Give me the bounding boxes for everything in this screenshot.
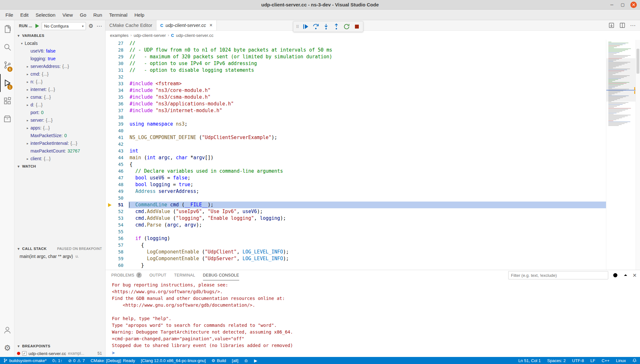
code-line-32[interactable]: 32 [105, 74, 606, 80]
code-line-33[interactable]: 33#include <fstream> [105, 80, 606, 87]
menu-edit[interactable]: Edit [17, 10, 32, 20]
tab-close-icon[interactable]: × [209, 22, 212, 28]
step-over-button[interactable] [312, 23, 319, 30]
debug-config-dropdown[interactable]: No Configura ▾ [42, 22, 86, 30]
gutter-glyph[interactable] [105, 249, 114, 255]
gutter-glyph[interactable] [105, 215, 114, 222]
code-line-38[interactable]: 38 [105, 114, 606, 121]
gutter-glyph[interactable] [105, 228, 114, 235]
git-sync-item[interactable]: 0↓ 1↑ [52, 358, 62, 363]
code-text[interactable]: // - maximum of 320 packets sent (or lim… [129, 54, 606, 60]
line-number[interactable]: 28 [114, 47, 129, 54]
line-number[interactable]: 51 [114, 202, 129, 208]
breadcrumb-item[interactable]: udp-client-server [134, 33, 166, 38]
code-line-50[interactable]: 50 [105, 195, 606, 202]
panel-tab-terminal[interactable]: TERMINAL [174, 270, 195, 280]
breakpoint-item[interactable]: ✓ udp-client-server.cc exampl... 51 [14, 350, 105, 357]
code-line-37[interactable]: 37#include "ns3/internet-module.h" [105, 107, 606, 114]
editor-tab-0[interactable]: CMake Cache Editor [105, 20, 156, 30]
code-text[interactable]: // - option to disable logging statement… [129, 67, 606, 74]
code-line-59[interactable]: 59 LogComponentEnable ("UdpServer", LOG_… [105, 255, 606, 262]
code-text[interactable] [129, 141, 606, 148]
gutter-glyph[interactable] [105, 101, 114, 107]
gutter-glyph[interactable] [105, 67, 114, 74]
code-line-29[interactable]: 29// - maximum of 320 packets sent (or l… [105, 54, 606, 60]
step-out-button[interactable] [333, 23, 340, 30]
variable-interPacketInterval[interactable]: ▸interPacketInterval:{...} [14, 139, 105, 147]
code-line-47[interactable]: 47 bool useV6 = false; [105, 175, 606, 181]
line-number[interactable]: 31 [114, 67, 129, 74]
code-line-34[interactable]: 34#include "ns3/core-module.h" [105, 87, 606, 94]
code-text[interactable]: #include "ns3/applications-module.h" [129, 101, 606, 107]
code-text[interactable] [129, 269, 606, 270]
activity-explorer[interactable] [0, 20, 14, 38]
cmake-build-button[interactable]: ⚙ Build [212, 358, 226, 363]
line-number[interactable]: 35 [114, 94, 129, 101]
scrollbar-thumb[interactable] [636, 49, 639, 74]
stop-button[interactable] [353, 23, 360, 30]
code-text[interactable]: // Declare variables used in command-lin… [129, 168, 606, 175]
variable-maxPacketCount[interactable]: maxPacketCount:32767 [14, 147, 105, 155]
line-number[interactable]: 56 [114, 235, 129, 242]
gutter-glyph[interactable] [105, 107, 114, 114]
code-line-52[interactable]: 52 cmd.AddValue ("useIpv6", "Use Ipv6", … [105, 208, 606, 215]
breakpoints-header[interactable]: ▾ BREAKPOINTS [14, 342, 105, 350]
code-line-41[interactable]: 41NS_LOG_COMPONENT_DEFINE ("UdpClientSer… [105, 134, 606, 141]
gutter-glyph[interactable] [105, 188, 114, 195]
problems-item[interactable]: ⊘ 0 ⚠ 7 [68, 358, 85, 363]
restart-button[interactable] [343, 23, 350, 30]
gutter-glyph[interactable] [105, 128, 114, 134]
maximize-panel-icon[interactable] [622, 272, 629, 278]
line-number[interactable]: 32 [114, 74, 129, 80]
code-text[interactable] [129, 114, 606, 121]
debug-current-line-arrow-icon[interactable] [105, 202, 114, 208]
gutter-glyph[interactable] [105, 74, 114, 80]
code-line-40[interactable]: 40 [105, 128, 606, 134]
gutter-glyph[interactable] [105, 161, 114, 168]
step-into-button[interactable] [323, 23, 330, 30]
line-number[interactable]: 47 [114, 175, 129, 181]
code-line-44[interactable]: 44main (int argc, char *argv[]) [105, 154, 606, 161]
code-text[interactable]: { [129, 242, 606, 249]
variable-server[interactable]: ▸server:{...} [14, 116, 105, 124]
gutter-glyph[interactable] [105, 148, 114, 154]
variable-internet[interactable]: ▸internet:{...} [14, 86, 105, 93]
code-text[interactable]: int [129, 148, 606, 154]
gutter-glyph[interactable] [105, 222, 114, 228]
minimize-button[interactable]: ─ [609, 2, 615, 8]
code-lines[interactable]: 27//28// - UDP flow from n0 to n1 of 102… [105, 40, 606, 270]
drag-handle-icon[interactable]: ⠿ [296, 24, 299, 29]
clear-console-icon[interactable] [612, 272, 619, 278]
gutter-glyph[interactable] [105, 181, 114, 188]
code-line-27[interactable]: 27// [105, 40, 606, 47]
variable-port[interactable]: port:0 [14, 109, 105, 116]
line-number[interactable]: 34 [114, 87, 129, 94]
code-text[interactable]: // [129, 40, 606, 47]
continue-button[interactable] [302, 23, 309, 30]
line-number[interactable]: 48 [114, 181, 129, 188]
gutter-glyph[interactable] [105, 195, 114, 202]
menu-run[interactable]: Run [90, 10, 106, 20]
gutter-glyph[interactable] [105, 94, 114, 101]
variable-client[interactable]: ▸client:{...} [14, 155, 105, 162]
code-line-51[interactable]: 51 CommandLine cmd (__FILE__); [105, 202, 606, 208]
gutter-glyph[interactable] [105, 208, 114, 215]
code-line-49[interactable]: 49 Address serverAddress; [105, 188, 606, 195]
line-number[interactable]: 53 [114, 215, 129, 222]
code-text[interactable]: CommandLine cmd (__FILE__); [129, 202, 606, 208]
maximize-button[interactable]: ▢ [619, 2, 626, 8]
variable-csma[interactable]: ▸csma:{...} [14, 93, 105, 101]
code-text[interactable] [129, 128, 606, 134]
code-line-58[interactable]: 58 LogComponentEnable ("UdpClient", LOG_… [105, 249, 606, 255]
line-number[interactable]: 43 [114, 148, 129, 154]
code-text[interactable]: bool useV6 = false; [129, 175, 606, 181]
notifications-item[interactable] [632, 358, 637, 363]
activity-source-control[interactable]: 6 [0, 56, 14, 74]
menu-help[interactable]: Help [131, 10, 148, 20]
cmake-status-item[interactable]: CMake: [Debug]: Ready [90, 358, 135, 363]
line-number[interactable]: 52 [114, 208, 129, 215]
code-text[interactable]: // - UDP flow from n0 to n1 of 1024 byte… [129, 47, 606, 54]
gutter-glyph[interactable] [105, 121, 114, 128]
code-text[interactable]: // - option to use IPv4 or IPv6 addressi… [129, 60, 606, 67]
eol-item[interactable]: LF [590, 358, 595, 363]
